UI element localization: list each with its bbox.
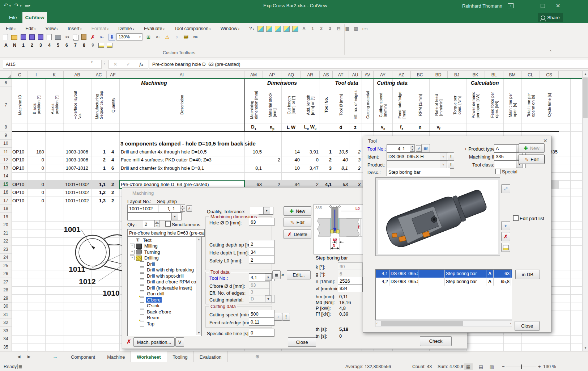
cell-AC17[interactable]: 1,3 — [91, 197, 106, 205]
tool-list-row-1[interactable]: 4,1DS-063_065.8-HStep boring barA63 — [376, 270, 512, 278]
cell-AI11[interactable]: Drill and chamfer 4x through hole D=10,5 — [120, 148, 243, 156]
column-header-AR[interactable]: AR — [301, 71, 320, 79]
zoom-in-icon[interactable]: + — [538, 364, 541, 369]
alert-button[interactable]: ! — [282, 313, 290, 321]
name-box-dropdown-icon[interactable]: ▾ — [91, 60, 93, 64]
cell-AU13[interactable]: 2 — [349, 164, 361, 172]
cell-I17[interactable]: 0 — [28, 197, 44, 205]
cell-AQ11[interactable]: 14 — [282, 148, 300, 156]
n-input[interactable]: 2526 — [338, 277, 363, 285]
row-header-27[interactable]: 27 — [0, 278, 12, 286]
cell-C16[interactable]: OP10 — [12, 189, 26, 197]
toolbar-icon[interactable]: 4 — [46, 42, 52, 49]
column-header-AI[interactable]: AI — [119, 71, 244, 79]
cell-AI13[interactable]: Drill and chamfer 6x through hole D=8,1 — [120, 164, 243, 172]
machining-close-button[interactable]: Close — [288, 337, 316, 347]
tree-item-turning[interactable]: +Turning — [128, 249, 201, 255]
row-header-34[interactable]: 34 — [0, 335, 12, 343]
cell-AB11[interactable]: 1003-1006 — [64, 148, 90, 156]
export-table-icon[interactable] — [98, 43, 104, 48]
row-header-31[interactable]: 31 — [0, 311, 12, 319]
recalc-button[interactable]: ¹ — [274, 313, 282, 321]
normal-view-icon[interactable]: ▦ — [464, 363, 473, 370]
name-box[interactable]: AI15 — [3, 60, 102, 69]
tree-item-back-c-bore[interactable]: Back c'bore — [128, 309, 201, 315]
edit-tool-button[interactable]: Edit... — [287, 270, 311, 279]
scrollbar-thumb[interactable] — [381, 321, 463, 326]
ribbon-tab-cutview[interactable]: CutView — [22, 12, 47, 23]
back-icon[interactable]: ⇤ — [99, 34, 105, 40]
row-header-18[interactable]: 18 — [0, 205, 12, 213]
cell-AF16[interactable]: 2 — [107, 189, 118, 197]
cell-AF17[interactable]: 2 — [107, 197, 118, 205]
edit-part-list-checkbox[interactable] — [513, 215, 519, 221]
menu-item[interactable]: Window — [221, 26, 240, 31]
row-header-7[interactable]: 7 — [0, 87, 12, 123]
column-header-AM[interactable]: AM — [244, 71, 263, 79]
row-header-14[interactable]: 14 — [0, 172, 12, 181]
paste-icon[interactable] — [81, 34, 86, 40]
toolbar-icon[interactable]: 2 — [29, 42, 35, 49]
page-layout-view-icon[interactable]: ▤ — [477, 363, 485, 370]
cell-C13[interactable]: OP10 — [12, 164, 26, 172]
table-time-icon[interactable]: ◔ — [174, 34, 180, 40]
menu-item[interactable]: Evaluate — [144, 26, 165, 31]
cell-AF12[interactable]: 4 — [107, 156, 118, 164]
mach-position-button[interactable]: Mach. position... — [133, 337, 175, 347]
delete-button[interactable]: ✗Delete — [284, 229, 311, 239]
collapse-ribbon-icon[interactable]: ⌃ — [549, 50, 552, 54]
warning-icon[interactable]: ⚠ — [164, 34, 170, 40]
print-preview-icon[interactable] — [47, 34, 52, 40]
select-all-corner[interactable] — [0, 71, 12, 79]
delete-position-icon[interactable]: ✗ — [127, 338, 131, 345]
cutting-speed-input[interactable]: 500 — [249, 310, 274, 318]
column-header-AT[interactable]: AT — [333, 71, 349, 79]
row-header-15[interactable]: 15 — [0, 180, 12, 189]
toolbar-icon[interactable]: 7 — [72, 42, 78, 49]
zoom-combobox[interactable]: 130%▾ — [116, 33, 142, 41]
tool-calc-icon-button[interactable]: ▦ — [272, 270, 281, 279]
zoom-slider-thumb[interactable] — [521, 364, 522, 369]
column-header-AP[interactable]: AP — [263, 71, 281, 79]
row-header-16[interactable]: 16 — [0, 189, 12, 197]
tool-list-icon-button[interactable]: ▦! — [421, 144, 430, 153]
custom-tool-icon-4[interactable] — [284, 26, 290, 32]
column-header-BM[interactable]: BM — [503, 71, 521, 79]
save-copy-icon[interactable] — [38, 34, 43, 40]
layout-combo-dropdown-icon[interactable]: ▼ — [171, 213, 178, 220]
column-header-AU[interactable]: AU — [349, 71, 362, 79]
edit-button[interactable]: ✎Edit — [284, 218, 311, 227]
toolbar-icon[interactable]: 9 — [90, 42, 96, 49]
import-icon[interactable]: ⇩ — [108, 34, 115, 41]
new-button[interactable]: ✚New — [284, 206, 311, 216]
column-header-BD[interactable]: BD — [429, 71, 448, 79]
seq-spinner[interactable]: ▲▼ — [180, 205, 185, 212]
cell-AM13[interactable]: 8,1 — [245, 164, 262, 172]
cell-I12[interactable]: 0 — [28, 156, 44, 164]
delete-row-icon[interactable]: ✗ — [90, 34, 96, 40]
toolbar-icon[interactable]: 6 — [64, 42, 70, 49]
tree-item-drill[interactable]: Drill — [128, 261, 201, 267]
ribbon-tab-file[interactable]: File — [4, 12, 22, 23]
collapse-icon[interactable]: - — [130, 256, 135, 260]
expand-image-icon[interactable]: ⤢ — [501, 184, 510, 193]
toolbar-icon[interactable]: A — [3, 42, 9, 49]
table-icon[interactable]: ▦ — [344, 26, 350, 32]
insert-function-icon[interactable]: fx — [140, 62, 144, 67]
column-header-AS[interactable]: AS — [320, 71, 333, 79]
scroll-right-icon[interactable]: › — [510, 321, 511, 325]
new-document-icon[interactable] — [3, 34, 8, 40]
safety-l0-input[interactable]: 2 — [249, 256, 274, 264]
column-header-BC[interactable]: BC — [411, 71, 429, 79]
cell-AT13[interactable]: 8,1 — [333, 164, 348, 172]
cell-AS12[interactable]: 2 — [320, 156, 332, 164]
calculator-icon[interactable]: ⊞ — [145, 34, 152, 40]
cutting-depth-input[interactable]: 2 — [249, 240, 274, 248]
row-header-32[interactable]: 32 — [0, 319, 12, 327]
column-header-AF[interactable]: AF — [107, 71, 119, 79]
special-checkbox[interactable] — [495, 169, 501, 174]
ident-warning-button[interactable]: ! — [448, 152, 454, 161]
cell-C15[interactable]: OP10 — [12, 180, 26, 188]
row-header-19[interactable]: 19 — [0, 213, 12, 221]
save-icon[interactable] — [21, 34, 26, 40]
